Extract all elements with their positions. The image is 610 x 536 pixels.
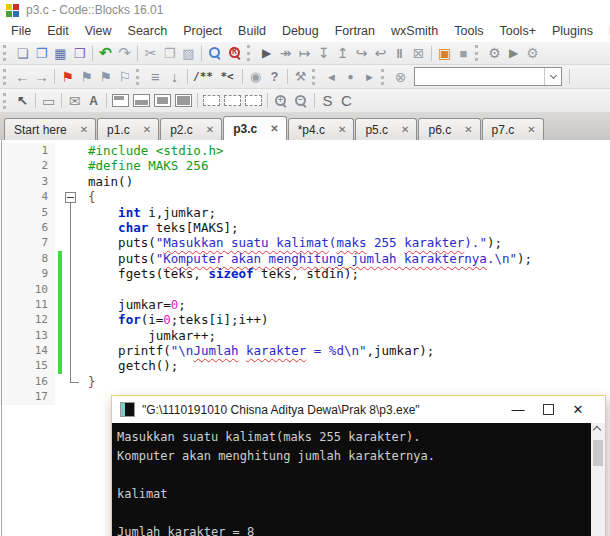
menu-project[interactable]: Project <box>175 22 230 40</box>
clear-search-icon[interactable]: ⊗ <box>391 68 410 86</box>
tab-close-icon[interactable]: ✕ <box>143 124 151 135</box>
step-out-icon[interactable]: ↥ <box>333 44 352 62</box>
tab-close-icon[interactable]: ✕ <box>338 124 346 135</box>
zoom-in-icon[interactable]: + <box>274 94 288 108</box>
menu-search[interactable]: Search <box>120 22 176 40</box>
tab-p5-c[interactable]: p5.c✕ <box>355 118 417 140</box>
console-scrollbar[interactable] <box>591 423 605 536</box>
scroll-up-icon[interactable] <box>593 426 601 434</box>
minimize-button[interactable]: — <box>503 397 533 423</box>
doxyblocks-run-icon[interactable]: ◉ <box>246 68 265 86</box>
debug-continue-icon[interactable]: ▶ <box>257 44 276 62</box>
undo-icon[interactable]: ↶ <box>96 44 115 62</box>
next-changed-line-icon[interactable]: ► <box>360 68 379 86</box>
tab-p3-c[interactable]: p3.c✕ <box>223 116 286 140</box>
fold-margin[interactable] <box>62 189 79 204</box>
symbols-stack-icon[interactable]: ≡ <box>146 68 165 86</box>
pointer-tool-icon[interactable]: ↖ <box>13 92 32 110</box>
next-line-icon[interactable]: ↦ <box>295 44 314 62</box>
scrollbar-thumb[interactable] <box>593 440 603 466</box>
stop-debug-icon[interactable]: ⊠ <box>409 44 428 62</box>
tab-start-here[interactable]: Start here✕ <box>4 118 96 140</box>
debug-info-icon[interactable]: ■ <box>454 44 473 62</box>
copy-icon[interactable]: ❐ <box>160 44 179 62</box>
wxsmith-class-icon[interactable]: C <box>337 92 356 110</box>
pause-debug-icon[interactable]: ‖ <box>390 44 409 62</box>
menu-file[interactable]: File <box>3 22 39 40</box>
settings-wrench-icon[interactable]: ⚒ <box>291 68 310 86</box>
wxsmith-source-icon[interactable]: S <box>318 92 337 110</box>
tab-close-icon[interactable]: ✕ <box>401 124 409 135</box>
border-left-icon[interactable] <box>203 95 220 106</box>
back-icon[interactable]: ← <box>13 68 32 86</box>
doxyblocks-help-icon[interactable]: ? <box>265 68 284 86</box>
console-title-bar[interactable]: "G:\1110191010 Chisna Aditya Dewa\Prak 8… <box>112 396 605 423</box>
menu-doxyblocks[interactable]: DoxyBlocks <box>601 22 610 40</box>
build-and-run-icon[interactable]: ⚙ <box>523 44 542 62</box>
tab-close-icon[interactable]: ✕ <box>270 123 278 134</box>
align-bottom-icon[interactable] <box>133 94 150 107</box>
next-instruction-icon[interactable]: ↪ <box>352 44 371 62</box>
redo-icon[interactable]: ↷ <box>115 44 134 62</box>
maximize-button[interactable] <box>533 397 563 423</box>
menu-debug[interactable]: Debug <box>274 22 327 40</box>
run-icon[interactable]: ▶ <box>504 44 523 62</box>
cut-icon[interactable]: ✂ <box>141 44 160 62</box>
menu-edit[interactable]: Edit <box>39 22 77 40</box>
prev-bookmark-icon[interactable]: ⚑ <box>77 68 96 86</box>
jump-down-icon[interactable]: ↓ <box>165 68 184 86</box>
toggle-bookmark-icon[interactable]: ⚑ <box>58 68 77 86</box>
tab-p6-c[interactable]: p6.c✕ <box>418 118 480 140</box>
build-icon[interactable]: ⚙ <box>485 44 504 62</box>
tab-close-icon[interactable]: ✕ <box>527 124 535 135</box>
save-all-icon[interactable]: ❒ <box>70 44 89 62</box>
debugging-windows-icon[interactable]: ▣ <box>435 44 454 62</box>
wxsmith-frame-icon[interactable]: ▭ <box>39 92 58 110</box>
fold-collapse-icon[interactable] <box>65 192 76 203</box>
clear-bookmarks-icon[interactable]: ⚐ <box>115 68 134 86</box>
align-fill-icon[interactable] <box>175 94 192 107</box>
save-icon[interactable]: ▦ <box>51 44 70 62</box>
console-window[interactable]: "G:\1110191010 Chisna Aditya Dewa\Prak 8… <box>111 395 606 536</box>
tab-p1-c[interactable]: p1.c✕ <box>97 118 159 140</box>
record-position-icon[interactable]: ● <box>341 68 360 86</box>
close-button[interactable]: ✕ <box>563 397 593 423</box>
tab-p2-c[interactable]: p2.c✕ <box>160 118 222 140</box>
tab-close-icon[interactable]: ✕ <box>206 124 214 135</box>
open-file-icon[interactable]: ❐ <box>32 44 51 62</box>
menu-tools-[interactable]: Tools+ <box>491 22 543 40</box>
menu-plugins[interactable]: Plugins <box>544 22 601 40</box>
find-icon[interactable] <box>208 46 222 60</box>
menu-view[interactable]: View <box>77 22 120 40</box>
border-right-icon[interactable] <box>224 95 241 106</box>
next-bookmark-icon[interactable]: ⚑ <box>96 68 115 86</box>
wxsmith-envelope-icon[interactable]: ✉ <box>65 92 84 110</box>
doxyblocks-line-comment-icon[interactable]: *< <box>215 68 239 86</box>
tab--p4-c[interactable]: *p4.c✕ <box>288 118 355 140</box>
menu-wxsmith[interactable]: wxSmith <box>383 22 446 40</box>
tab-close-icon[interactable]: ✕ <box>80 124 88 135</box>
align-center-icon[interactable] <box>154 94 171 107</box>
zoom-out-icon[interactable]: − <box>294 94 308 108</box>
tab-close-icon[interactable]: ✕ <box>464 124 472 135</box>
menu-tools[interactable]: Tools <box>446 22 491 40</box>
combo-dropdown-icon[interactable] <box>544 68 561 85</box>
replace-icon[interactable]: R <box>228 46 242 60</box>
code-text <box>79 282 88 297</box>
paste-icon[interactable]: ▨ <box>179 44 198 62</box>
menu-fortran[interactable]: Fortran <box>327 22 383 40</box>
console-output[interactable]: Masukkan suatu kalimat(maks 255 karakter… <box>112 423 605 536</box>
menu-build[interactable]: Build <box>230 22 274 40</box>
tab-p7-c[interactable]: p7.c✕ <box>482 118 544 140</box>
run-to-cursor-icon[interactable]: ↠ <box>276 44 295 62</box>
step-into-icon[interactable]: ↧ <box>314 44 333 62</box>
forward-icon[interactable]: → <box>32 68 51 86</box>
align-top-icon[interactable] <box>112 94 129 107</box>
prev-changed-line-icon[interactable]: ◄ <box>322 68 341 86</box>
incremental-search-input[interactable] <box>414 67 562 86</box>
new-file-icon[interactable]: ❏ <box>13 44 32 62</box>
border-all-icon[interactable] <box>245 95 262 106</box>
step-into-instruction-icon[interactable]: ↩ <box>371 44 390 62</box>
doxyblocks-block-comment-icon[interactable]: /** <box>191 68 215 86</box>
wxsmith-text-icon[interactable]: A <box>84 92 103 110</box>
